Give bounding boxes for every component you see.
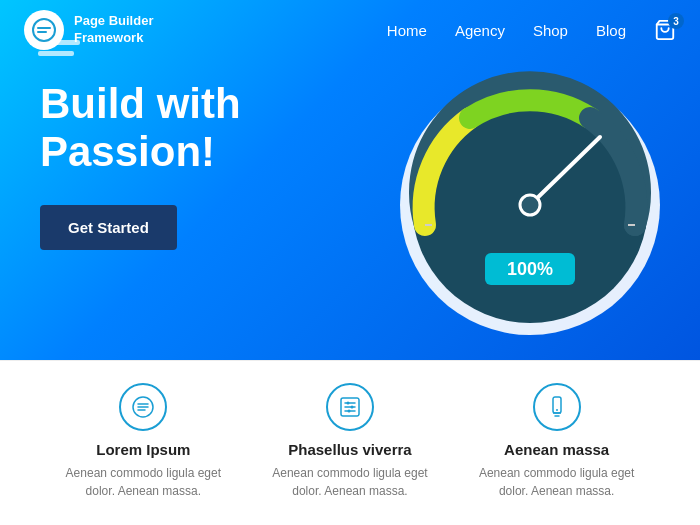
feature-title-1: Lorem Ipsum — [96, 441, 190, 458]
cart-button[interactable]: 3 — [654, 19, 676, 41]
svg-text:100%: 100% — [507, 259, 553, 279]
feature-icon-1 — [119, 383, 167, 431]
feature-item-1: Lorem Ipsum Aenean commodo ligula eget d… — [53, 383, 233, 500]
svg-point-22 — [347, 410, 350, 413]
feature-desc-1: Aenean commodo ligula eget dolor. Aenean… — [53, 464, 233, 500]
feature-icon-2 — [326, 383, 374, 431]
svg-point-0 — [33, 19, 55, 41]
speedometer-svg: 100% — [390, 55, 670, 335]
hero-section: Page Builder Framework Home Agency Shop … — [0, 0, 700, 360]
cart-badge: 3 — [668, 13, 684, 29]
hero-content: Build with Passion! Get Started — [40, 80, 340, 250]
svg-point-7 — [520, 195, 540, 215]
svg-point-21 — [350, 406, 353, 409]
feature-item-3: Aenean massa Aenean commodo ligula eget … — [467, 383, 647, 500]
feature-item-2: Phasellus viverra Aenean commodo ligula … — [260, 383, 440, 500]
logo-text: Page Builder Framework — [74, 13, 153, 47]
site-header: Page Builder Framework Home Agency Shop … — [0, 0, 700, 60]
hero-title: Build with Passion! — [40, 80, 340, 177]
feature-icon-3 — [533, 383, 581, 431]
svg-point-26 — [556, 409, 558, 411]
speedometer: 100% — [390, 55, 670, 335]
nav-home[interactable]: Home — [387, 22, 427, 39]
features-section: Lorem Ipsum Aenean commodo ligula eget d… — [0, 360, 700, 525]
feature-title-3: Aenean massa — [504, 441, 609, 458]
nav-blog[interactable]: Blog — [596, 22, 626, 39]
feature-desc-2: Aenean commodo ligula eget dolor. Aenean… — [260, 464, 440, 500]
logo-icon — [24, 10, 64, 50]
nav-agency[interactable]: Agency — [455, 22, 505, 39]
get-started-button[interactable]: Get Started — [40, 205, 177, 250]
feature-desc-3: Aenean commodo ligula eget dolor. Aenean… — [467, 464, 647, 500]
feature-title-2: Phasellus viverra — [288, 441, 411, 458]
svg-point-20 — [346, 402, 349, 405]
logo-area: Page Builder Framework — [24, 10, 153, 50]
main-nav: Home Agency Shop Blog 3 — [387, 19, 676, 41]
nav-shop[interactable]: Shop — [533, 22, 568, 39]
